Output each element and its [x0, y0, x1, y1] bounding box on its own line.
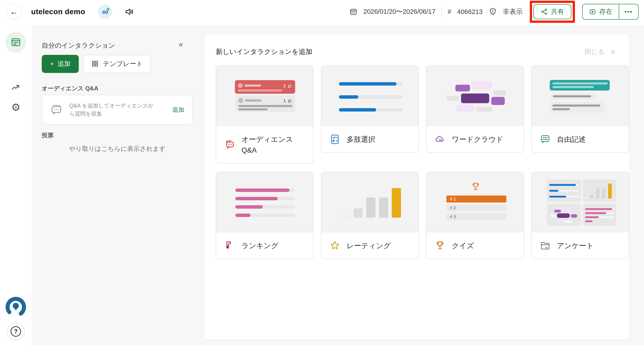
highlight-annotation: 共有	[530, 1, 575, 23]
workspace-canvas: 自分のインタラクション « + 追加 テンプレート オーディエンス Q&A	[32, 25, 644, 345]
shield-alert-icon	[488, 8, 497, 16]
more-options-button[interactable]: •••	[619, 4, 638, 19]
share-icon	[541, 8, 548, 15]
help-button[interactable]: ?	[7, 322, 25, 340]
audience-qa-icon	[224, 139, 235, 150]
qa-hint-text: Q&A を追加してオーディエンスから質問を収集	[69, 102, 155, 118]
announce-speaker-icon[interactable]	[124, 7, 134, 17]
sidebar-collapse-button[interactable]: «	[179, 40, 183, 49]
quiz-rank-2: # 2	[446, 204, 506, 211]
audience-qa-illustration: 2 1	[216, 66, 313, 126]
share-button[interactable]: 共有	[534, 4, 571, 19]
back-arrow-icon: ←	[10, 7, 18, 17]
back-button[interactable]: ←	[6, 4, 22, 20]
ranking-illustration	[216, 172, 313, 233]
rail-item-analytics[interactable]	[10, 82, 22, 94]
topbar-right-group: 2026/01/20〜2026/06/17 # 4066213 非表示 共有	[349, 1, 638, 23]
present-play-icon	[589, 8, 596, 15]
chat-bubbles-icon	[49, 102, 64, 117]
date-range[interactable]: 2026/01/20〜2026/06/17	[363, 7, 435, 16]
ranking-icon	[224, 240, 235, 251]
rating-illustration	[321, 172, 418, 233]
card-word-cloud[interactable]: ワードクラウド	[426, 66, 524, 153]
rail-item-interactions[interactable]	[6, 32, 26, 53]
template-button[interactable]: テンプレート	[83, 55, 151, 73]
hidden-status-label[interactable]: 非表示	[503, 7, 522, 16]
webex-logo-icon: ∞	[98, 5, 112, 19]
upvote-count: 1	[283, 98, 286, 103]
qa-section-label: オーディエンス Q&A	[42, 85, 98, 92]
multiple-choice-icon	[330, 134, 340, 145]
card-multiple-choice[interactable]: 多肢選択	[321, 66, 419, 153]
add-interaction-button[interactable]: + 追加	[42, 55, 79, 73]
word-cloud-illustration	[426, 66, 524, 126]
open-text-icon	[540, 134, 550, 145]
template-grid-icon	[91, 60, 99, 68]
interaction-card-grid: 2 1	[204, 57, 629, 259]
card-open-text[interactable]: 自由記述	[531, 66, 629, 153]
card-audience-qa[interactable]: 2 1	[216, 66, 314, 164]
close-icon: ✕	[610, 48, 616, 56]
topbar-divider	[441, 7, 442, 17]
hash-icon: #	[448, 8, 451, 16]
calendar-icon	[349, 8, 358, 16]
rail-item-settings[interactable]: ⚙	[11, 102, 20, 112]
survey-illustration	[532, 172, 629, 233]
card-survey[interactable]: アンケート	[531, 172, 629, 259]
survey-folder-icon	[540, 240, 550, 251]
rating-star-icon	[330, 240, 340, 251]
multiple-choice-illustration	[321, 66, 418, 126]
left-rail: ⚙ ?	[0, 25, 32, 345]
open-text-illustration	[532, 66, 629, 126]
quiz-rank-1: # 1	[446, 196, 506, 203]
word-cloud-icon	[434, 134, 446, 145]
panel-title: 新しいインタラクションを追加	[216, 47, 312, 57]
top-bar: ← utelecon demo ∞ 2026/01/20〜2026/06/17 …	[0, 0, 644, 25]
polls-placeholder-text: やり取りはこちらに表示されます	[42, 145, 193, 153]
polls-section-label: 投票	[42, 131, 54, 139]
sidebar-title: 自分のインタラクション	[42, 41, 115, 50]
event-code[interactable]: 4066213	[457, 8, 483, 16]
quiz-rank-3: # 3	[446, 213, 506, 220]
qa-empty-card[interactable]: Q&A を追加してオーディエンスから質問を収集 追加	[42, 95, 193, 125]
present-button-group: 存在 •••	[582, 4, 638, 20]
card-ranking[interactable]: ランキング	[216, 172, 314, 259]
page-title: utelecon demo	[31, 8, 85, 16]
question-icon: ?	[10, 326, 21, 337]
interactions-icon	[10, 36, 22, 48]
close-panel-button[interactable]: 閉じる ✕	[584, 48, 616, 57]
quiz-trophy-icon	[434, 240, 446, 251]
add-interaction-panel: 新しいインタラクションを追加 閉じる ✕ 2	[204, 34, 630, 340]
quiz-illustration: # 1 # 2 # 3	[426, 172, 524, 233]
card-rating[interactable]: レーティング	[321, 172, 419, 259]
qa-add-link[interactable]: 追加	[172, 106, 184, 114]
present-button[interactable]: 存在	[582, 4, 619, 19]
plus-icon: +	[50, 60, 54, 68]
card-quiz[interactable]: # 1 # 2 # 3 クイズ	[426, 172, 524, 259]
slido-logo	[4, 295, 28, 319]
upvote-count: 2	[283, 83, 286, 89]
